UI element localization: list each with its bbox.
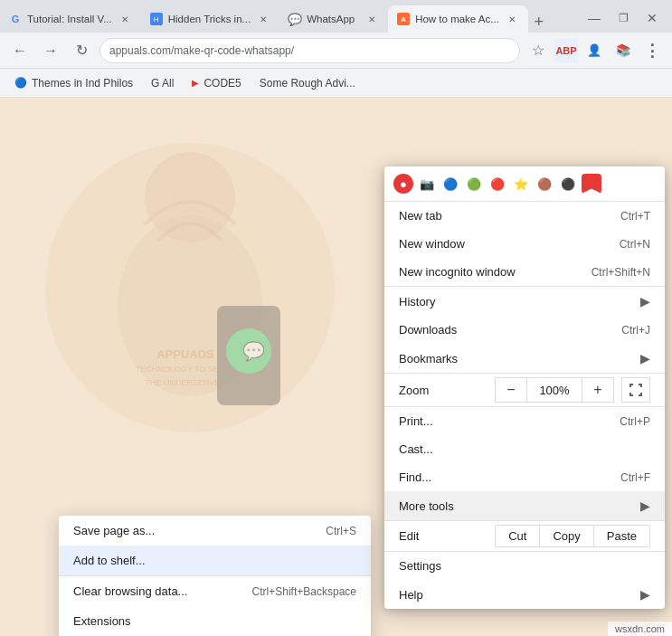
tab-hidden[interactable]: H Hidden Tricks in... ✕ — [141, 5, 279, 33]
menu-cast[interactable]: Cast... — [384, 435, 665, 463]
menu-new-tab-shortcut: Ctrl+T — [620, 210, 650, 223]
menu-bookmarks-label: Bookmarks — [399, 352, 633, 365]
ext-icon-5[interactable]: 🔴 — [487, 174, 507, 194]
menu-print-shortcut: Ctrl+P — [620, 415, 650, 428]
back-button[interactable]: ← — [7, 38, 33, 63]
ext-icon-9[interactable]: 🔖 — [582, 174, 601, 194]
tab-close-whatsapp[interactable]: ✕ — [364, 12, 379, 26]
menu-button[interactable]: ⋮ — [639, 38, 665, 63]
restore-button[interactable]: ❐ — [610, 7, 636, 29]
forward-button[interactable]: → — [38, 38, 63, 63]
fullscreen-icon — [629, 383, 643, 397]
menu-history[interactable]: History ▶ — [384, 287, 665, 316]
bg-circle-svg: 💬 — [18, 107, 371, 469]
close-button[interactable]: ✕ — [639, 7, 665, 29]
menu-settings-label: Settings — [399, 559, 650, 573]
cut-button[interactable]: Cut — [496, 526, 540, 546]
favicon-tutorial: G — [9, 13, 22, 25]
tab-title-whatsapp: WhatsApp — [307, 14, 359, 24]
bookmark-themes-label: Themes in Ind Philos — [32, 77, 133, 90]
toolbar-right: ☆ ABP 👤 📚 ⋮ — [525, 38, 665, 63]
toolbar: ← → ↻ appuals.com/make-qr-code-whatsapp/… — [0, 33, 672, 69]
menu-find[interactable]: Find... Ctrl+F — [384, 463, 665, 491]
address-text: appuals.com/make-qr-code-whatsapp/ — [109, 44, 294, 57]
menu-help-label: Help — [399, 588, 633, 602]
tab-tutorial[interactable]: G Tutorial: Install V... ✕ — [0, 5, 141, 33]
ext-icon-4[interactable]: 🟢 — [464, 174, 484, 194]
menu-settings[interactable]: Settings — [384, 552, 665, 580]
ext-icon-7[interactable]: 🟤 — [535, 174, 554, 194]
menu-incognito-shortcut: Ctrl+Shift+N — [592, 266, 650, 279]
ext-icon-1[interactable]: ● — [393, 174, 413, 194]
ext-icon-3[interactable]: 🔵 — [440, 174, 460, 194]
menu-new-tab[interactable]: New tab Ctrl+T — [384, 202, 665, 230]
menu-more-tools-label: More tools — [399, 499, 633, 513]
copy-button[interactable]: Copy — [540, 526, 593, 546]
menu-downloads[interactable]: Downloads Ctrl+J — [384, 316, 665, 344]
bookmark-code5[interactable]: ▶ CODE5 — [185, 74, 248, 92]
context-clear-shortcut: Ctrl+Shift+Backspace — [252, 585, 356, 598]
bookmark-themes[interactable]: 🔵 Themes in Ind Philos — [7, 74, 140, 92]
zoom-label: Zoom — [399, 384, 495, 397]
bookmark-button[interactable]: ☆ — [525, 38, 551, 63]
adblock-button[interactable]: ABP — [554, 39, 578, 62]
context-extensions[interactable]: Extensions — [59, 606, 371, 636]
menu-new-window-shortcut: Ctrl+N — [620, 238, 650, 251]
zoom-fullscreen-button[interactable] — [621, 377, 650, 403]
address-bar[interactable]: appuals.com/make-qr-code-whatsapp/ — [99, 38, 520, 63]
context-clear-label: Clear browsing data... — [73, 584, 252, 598]
context-save-shortcut: Ctrl+S — [326, 525, 356, 537]
new-tab-button[interactable]: + — [528, 11, 550, 33]
context-ext-label: Extensions — [73, 614, 356, 628]
page-content: 💬 APPUADSTECHNOLOGY TO SERVETHE UNDERSER… — [0, 98, 672, 636]
menu-more-tools[interactable]: More tools ▶ — [384, 491, 665, 520]
context-clear-browsing[interactable]: Clear browsing data... Ctrl+Shift+Backsp… — [59, 575, 371, 606]
menu-incognito[interactable]: New incognito window Ctrl+Shift+N — [384, 258, 665, 286]
menu-section-new: New tab Ctrl+T New window Ctrl+N New inc… — [384, 202, 665, 287]
context-add-to-shelf[interactable]: Add to shelf... — [59, 546, 371, 575]
menu-section-settings: Settings Help ▶ — [384, 552, 665, 609]
tab-title-howtomake: How to make Ac... — [415, 14, 499, 24]
zoom-value-display: 100% — [527, 377, 582, 403]
bookmark-rough[interactable]: Some Rough Advi... — [252, 74, 363, 92]
status-bar: wsxdn.com — [608, 622, 672, 636]
minimize-button[interactable]: — — [582, 7, 607, 29]
menu-print[interactable]: Print... Ctrl+P — [384, 407, 665, 435]
menu-find-shortcut: Ctrl+F — [620, 471, 650, 484]
menu-help-arrow: ▶ — [640, 587, 650, 602]
svg-text:💬: 💬 — [242, 340, 265, 362]
bookmark-code5-label: CODE5 — [203, 77, 241, 90]
tab-whatsapp[interactable]: 💬 WhatsApp ✕ — [279, 5, 388, 33]
menu-cast-label: Cast... — [399, 442, 650, 456]
menu-bookmarks[interactable]: Bookmarks ▶ — [384, 344, 665, 373]
tab-title-tutorial: Tutorial: Install V... — [27, 14, 112, 24]
cast-button[interactable]: 📚 — [610, 38, 636, 63]
context-save-page[interactable]: Save page as... Ctrl+S — [59, 516, 371, 546]
menu-print-label: Print... — [399, 414, 605, 428]
tab-close-hidden[interactable]: ✕ — [256, 12, 270, 26]
menu-new-window[interactable]: New window Ctrl+N — [384, 230, 665, 258]
ext-icon-6[interactable]: ⭐ — [511, 174, 531, 194]
chrome-menu: ● 📷 🔵 🟢 🔴 ⭐ 🟤 ⚫ 🔖 New tab Ctrl+T New win… — [384, 166, 665, 609]
reload-button[interactable]: ↻ — [69, 38, 94, 63]
tab-close-howtomake[interactable]: ✕ — [505, 12, 519, 26]
profile-button[interactable]: 👤 — [582, 38, 607, 63]
menu-new-tab-label: New tab — [399, 209, 606, 223]
tab-close-tutorial[interactable]: ✕ — [118, 12, 132, 26]
edit-row: Edit Cut Copy Paste — [384, 521, 665, 551]
zoom-minus-button[interactable]: − — [495, 377, 527, 403]
context-save-label: Save page as... — [73, 524, 326, 537]
ext-icon-2[interactable]: 📷 — [417, 174, 437, 194]
menu-section-edit: Edit Cut Copy Paste — [384, 521, 665, 552]
extension-icons-row: ● 📷 🔵 🟢 🔴 ⭐ 🟤 ⚫ 🔖 — [384, 166, 665, 202]
tab-howtomake[interactable]: A How to make Ac... ✕ — [388, 5, 528, 33]
zoom-plus-button[interactable]: + — [582, 377, 614, 403]
menu-help[interactable]: Help ▶ — [384, 580, 665, 609]
favicon-hidden: H — [150, 13, 163, 25]
tab-bar: G Tutorial: Install V... ✕ H Hidden Tric… — [0, 0, 672, 33]
menu-more-tools-arrow: ▶ — [640, 498, 650, 513]
ext-icon-8[interactable]: ⚫ — [558, 174, 578, 194]
bookmark-gall[interactable]: G All — [144, 74, 181, 92]
paste-button[interactable]: Paste — [594, 526, 649, 546]
tab-title-hidden: Hidden Tricks in... — [168, 14, 251, 24]
